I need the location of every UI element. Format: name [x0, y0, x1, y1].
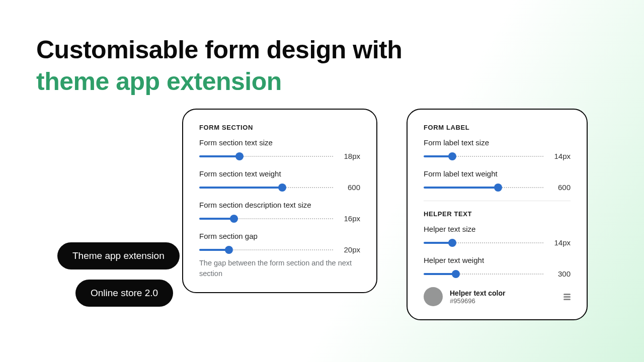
pill-online-store: Online store 2.0: [75, 280, 173, 307]
control-form-label-text-weight: Form label text weight 600: [424, 169, 571, 192]
control-form-section-text-weight: Form section text weight 600: [199, 169, 360, 192]
control-label: Form section text size: [199, 138, 360, 147]
divider: [424, 201, 571, 201]
control-helper-text-size: Helper text size 14px: [424, 225, 571, 247]
slider-value: 300: [549, 269, 571, 278]
section-title-helper-text: HELPER TEXT: [424, 210, 571, 218]
slider-value: 16px: [339, 214, 360, 223]
panel-form-section: FORM SECTION Form section text size 18px…: [182, 109, 377, 293]
control-label: Form section description text size: [199, 201, 360, 209]
slider-helper-text-weight[interactable]: [424, 270, 543, 278]
slider-form-section-gap[interactable]: [199, 246, 333, 253]
color-picker-helper-text[interactable]: Helper text color #959696: [424, 287, 571, 306]
control-label: Form section text weight: [199, 169, 360, 178]
section-title-form-label: FORM LABEL: [424, 124, 571, 131]
section-title-form-section: FORM SECTION: [199, 124, 360, 131]
slider-value: 14px: [549, 152, 571, 160]
slider-value: 14px: [549, 238, 571, 247]
control-label: Helper text size: [424, 225, 571, 233]
pill-theme-app-extension: Theme app extension: [57, 242, 180, 269]
control-form-section-text-size: Form section text size 18px: [199, 138, 360, 160]
color-swatch: [424, 287, 443, 306]
slider-value: 600: [549, 183, 571, 192]
slider-form-label-text-size[interactable]: [424, 153, 543, 160]
control-label: Form section gap: [199, 232, 360, 240]
control-label: Form label text weight: [424, 169, 571, 178]
slider-value: 600: [339, 183, 360, 192]
panel-form-label-helper: FORM LABEL Form label text size 14px For…: [407, 109, 588, 320]
control-description: The gap between the form section and the…: [199, 258, 360, 279]
color-hex: #959696: [450, 297, 556, 305]
control-form-label-text-size: Form label text size 14px: [424, 138, 571, 160]
database-icon[interactable]: [564, 294, 571, 300]
slider-form-section-text-size[interactable]: [199, 153, 333, 160]
headline-line1: Customisable form design with: [36, 34, 402, 66]
slider-value: 18px: [339, 152, 360, 160]
slider-form-label-text-weight[interactable]: [424, 184, 543, 191]
slider-value: 20px: [339, 245, 360, 254]
headline: Customisable form design with theme app …: [36, 34, 402, 97]
color-label: Helper text color: [450, 289, 556, 297]
slider-helper-text-size[interactable]: [424, 239, 543, 246]
control-label: Helper text weight: [424, 256, 571, 264]
control-form-section-desc-text-size: Form section description text size 16px: [199, 201, 360, 223]
control-label: Form label text size: [424, 138, 571, 147]
control-form-section-gap: Form section gap 20px The gap between th…: [199, 232, 360, 279]
slider-form-section-text-weight[interactable]: [199, 184, 333, 191]
slider-form-section-desc-text-size[interactable]: [199, 215, 333, 222]
control-helper-text-weight: Helper text weight 300: [424, 256, 571, 278]
headline-line2: theme app extension: [36, 66, 402, 98]
